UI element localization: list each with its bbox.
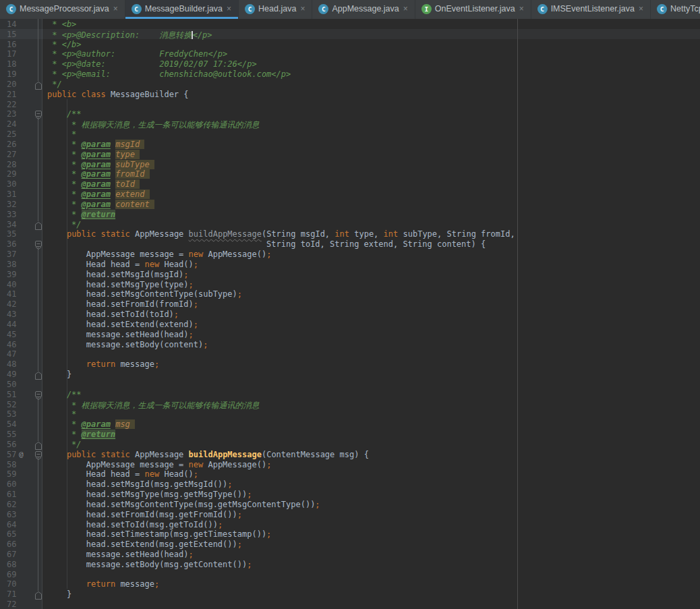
code-line-63[interactable]: head.setFromId(msg.getFromId()); <box>47 510 242 519</box>
line-number: 67 <box>7 550 16 559</box>
code-line-44[interactable]: head.setExtend(extend); <box>47 320 198 329</box>
editor-tab-MessageBuilder-java[interactable]: CMessageBuilder.java× <box>125 0 239 19</box>
tab-close-icon[interactable]: × <box>226 3 232 16</box>
line-number: 59 <box>7 469 16 479</box>
editor-tab-MessageProcessor-java[interactable]: CMessageProcessor.java× <box>0 0 125 19</box>
code-line-38[interactable]: Head head = new Head(); <box>47 260 198 269</box>
line-number: 31 <box>7 190 16 199</box>
line-number: 58 <box>7 460 16 469</box>
fold-collapse-icon[interactable] <box>35 240 42 252</box>
code-line-21[interactable]: public class MessageBuilder { <box>47 90 189 99</box>
editor-tab-bar: CMessageProcessor.java×CMessageBuilder.j… <box>0 0 700 19</box>
code-line-40[interactable]: head.setMsgType(type); <box>47 280 194 289</box>
line-number: 14 <box>7 20 16 29</box>
line-number: 36 <box>7 239 16 249</box>
code-line-59[interactable]: Head head = new Head(); <box>47 469 198 479</box>
editor-tab-OnEventListener-java[interactable]: IOnEventListener.java× <box>415 0 531 19</box>
editor-tab-Head-java[interactable]: CHead.java× <box>239 0 312 19</box>
fold-collapse-icon[interactable] <box>35 110 42 122</box>
line-number: 48 <box>7 359 16 369</box>
editor-tab-NettyTcpClient-java[interactable]: CNettyTcpClient.java× <box>651 0 700 19</box>
code-line-68[interactable]: message.setBody(msg.getContent()); <box>47 560 252 569</box>
code-line-17[interactable]: * <p>@author: FreddyChen</p> <box>47 49 227 59</box>
code-line-43[interactable]: head.setToId(toId); <box>47 310 179 319</box>
fold-region-line <box>38 19 38 81</box>
code-line-58[interactable]: AppMessage message = new AppMessage(); <box>47 460 271 469</box>
code-line-39[interactable]: head.setMsgId(msgId); <box>47 270 189 279</box>
code-line-33[interactable]: * @return <box>47 210 115 219</box>
code-line-45[interactable]: message.setHead(head); <box>47 330 194 339</box>
code-line-55[interactable]: * @return <box>47 430 115 439</box>
tab-close-icon[interactable]: × <box>113 3 119 16</box>
java-class-icon: C <box>245 4 255 14</box>
line-number: 66 <box>7 540 16 549</box>
editor-tab-IMSEventListener-java[interactable]: CIMSEventListener.java× <box>531 0 651 19</box>
code-line-26[interactable]: * @param msgId <box>47 140 144 149</box>
line-number: 70 <box>7 579 16 589</box>
code-line-57[interactable]: public static AppMessage buildAppMessage… <box>47 450 369 459</box>
line-number: 32 <box>7 200 16 209</box>
code-line-35[interactable]: public static AppMessage buildAppMessage… <box>47 229 515 239</box>
line-number: 57 <box>7 450 16 459</box>
code-line-67[interactable]: message.setHead(head); <box>47 550 194 559</box>
code-line-60[interactable]: head.setMsgId(msg.getMsgId()); <box>47 480 233 489</box>
java-class-icon: C <box>318 4 328 14</box>
line-number: 45 <box>7 330 16 339</box>
fold-end-icon[interactable] <box>35 590 42 602</box>
editor-tab-AppMessage-java[interactable]: CAppMessage.java× <box>312 0 415 19</box>
code-line-51[interactable]: /** <box>47 390 82 399</box>
code-line-32[interactable]: * @param content <box>47 200 154 209</box>
code-editor[interactable]: @14 * <b>15 * <p>@Description: 消息转换</p>1… <box>0 19 700 609</box>
fold-region-line <box>38 457 38 591</box>
code-line-64[interactable]: head.setToId(msg.getToId()); <box>47 520 223 529</box>
line-number: 44 <box>7 320 16 329</box>
code-line-25[interactable]: * <box>47 129 76 139</box>
code-line-62[interactable]: head.setMsgContentType(msg.getMsgContent… <box>47 500 320 509</box>
code-line-66[interactable]: head.setExtend(msg.getExtend()); <box>47 540 242 549</box>
tab-close-icon[interactable]: × <box>299 3 305 16</box>
code-line-46[interactable]: message.setBody(content); <box>47 340 208 349</box>
fold-collapse-icon[interactable] <box>35 390 42 403</box>
fold-end-icon[interactable] <box>35 370 42 382</box>
gutter-annotation-icon[interactable]: @ <box>19 450 24 459</box>
code-line-27[interactable]: * @param type <box>47 150 140 159</box>
code-line-53[interactable]: * <box>47 409 76 419</box>
code-line-56[interactable]: */ <box>47 440 82 449</box>
code-line-34[interactable]: */ <box>47 220 82 229</box>
code-line-71[interactable]: } <box>47 589 71 599</box>
code-line-14[interactable]: * <b> <box>47 20 76 29</box>
code-line-70[interactable]: return message; <box>47 579 159 589</box>
line-number: 63 <box>7 510 16 519</box>
fold-end-icon[interactable] <box>35 80 42 92</box>
code-line-24[interactable]: * 根据聊天消息，生成一条可以能够传输通讯的消息 <box>47 119 260 131</box>
code-line-23[interactable]: /** <box>47 109 82 119</box>
code-line-19[interactable]: * <p>@email: chenshichao@outlook.com</p> <box>47 69 291 79</box>
line-number: 54 <box>7 419 16 429</box>
code-line-65[interactable]: head.setTimestamp(msg.getTimestamp()); <box>47 529 271 539</box>
line-number: 27 <box>7 150 16 159</box>
code-line-31[interactable]: * @param extend <box>47 190 150 199</box>
code-line-36[interactable]: String toId, String extend, String conte… <box>47 239 486 249</box>
tab-close-icon[interactable]: × <box>403 3 409 16</box>
code-line-48[interactable]: return message; <box>47 359 159 369</box>
code-line-54[interactable]: * @param msg <box>47 419 135 429</box>
code-line-29[interactable]: * @param fromId <box>47 169 150 179</box>
code-line-61[interactable]: head.setMsgType(msg.getMsgType()); <box>47 490 252 499</box>
code-line-49[interactable]: } <box>47 370 71 379</box>
code-line-42[interactable]: head.setFromId(fromId); <box>47 299 198 309</box>
code-line-41[interactable]: head.setMsgContentType(subType); <box>47 289 242 299</box>
code-line-37[interactable]: AppMessage message = new AppMessage(); <box>47 250 271 259</box>
line-number: 22 <box>7 100 16 109</box>
code-line-20[interactable]: */ <box>47 80 62 89</box>
code-line-18[interactable]: * <p>@date: 2019/02/07 17:26</p> <box>47 59 257 69</box>
code-line-30[interactable]: * @param toId <box>47 179 140 189</box>
fold-end-icon[interactable] <box>35 221 42 233</box>
code-line-52[interactable]: * 根据聊天消息，生成一条可以能够传输通讯的消息 <box>47 400 260 411</box>
tab-close-icon[interactable]: × <box>519 3 525 16</box>
code-line-16[interactable]: * </b> <box>47 40 82 49</box>
tab-close-icon[interactable]: × <box>638 3 644 16</box>
code-line-28[interactable]: * @param subType <box>47 160 154 169</box>
line-number: 69 <box>7 570 16 579</box>
java-class-icon: C <box>6 4 16 14</box>
fold-collapse-icon[interactable] <box>35 451 42 463</box>
